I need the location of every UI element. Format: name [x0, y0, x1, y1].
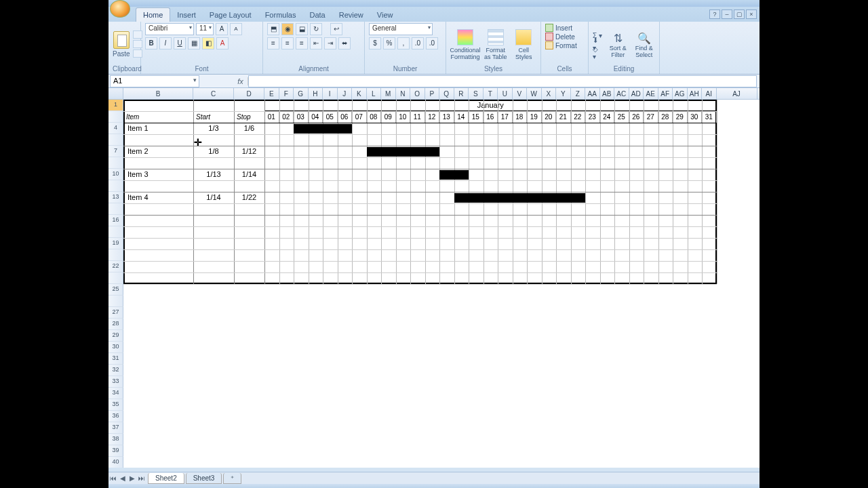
row-header[interactable]: 38	[108, 434, 123, 445]
increase-indent-button[interactable]: ⇥	[324, 37, 336, 49]
align-left-button[interactable]: ≡	[267, 37, 279, 49]
next-sheet-button[interactable]: ▶	[127, 474, 137, 482]
col-header-W[interactable]: W	[527, 88, 542, 99]
prev-sheet-button[interactable]: ◀	[118, 474, 127, 482]
worksheet[interactable]: BCDEFGHIJKLMNOPQRSTUVWXYZAAABACADAEAFAGA…	[108, 88, 760, 468]
row-header[interactable]: 31	[108, 353, 123, 365]
insert-cells-button[interactable]: Insert	[545, 24, 584, 32]
col-header-AH[interactable]: AH	[688, 88, 703, 99]
percent-button[interactable]: %	[383, 37, 395, 49]
row-header[interactable]	[108, 180, 123, 192]
col-header-Z[interactable]: Z	[571, 88, 586, 99]
col-header-K[interactable]: K	[352, 88, 367, 99]
shrink-font-button[interactable]: A	[230, 23, 242, 35]
row-header[interactable]: 29	[108, 330, 123, 342]
row-header[interactable]: 36	[108, 411, 123, 422]
col-header-R[interactable]: R	[454, 88, 469, 99]
gantt-stop-cell[interactable]: 1/22	[234, 192, 264, 203]
minimize-button[interactable]: –	[722, 9, 732, 19]
tab-page-layout[interactable]: Page Layout	[203, 8, 258, 22]
row-header[interactable]	[108, 249, 123, 261]
row-header[interactable]: 13	[108, 192, 123, 203]
col-header-O[interactable]: O	[410, 88, 425, 99]
find-select-button[interactable]: 🔍 Find & Select	[633, 30, 655, 58]
office-button[interactable]	[110, 0, 130, 18]
row-header[interactable]: 35	[108, 399, 123, 411]
col-header-P[interactable]: P	[425, 88, 440, 99]
col-header-T[interactable]: T	[484, 88, 498, 99]
col-header-E[interactable]: E	[264, 88, 279, 99]
gantt-stop-cell[interactable]: 1/12	[234, 146, 264, 157]
maximize-button[interactable]: ▢	[734, 9, 745, 19]
row-header[interactable]: 1	[108, 100, 123, 111]
tab-data[interactable]: Data	[302, 8, 332, 22]
col-header-B[interactable]: B	[123, 88, 193, 99]
col-header-AA[interactable]: AA	[585, 88, 600, 99]
col-header-N[interactable]: N	[396, 88, 411, 99]
decrease-decimal-button[interactable]: .0	[426, 37, 438, 49]
orientation-button[interactable]: ↻	[310, 23, 322, 35]
cell-styles-button[interactable]: Cell Styles	[511, 28, 537, 60]
col-header-Q[interactable]: Q	[439, 88, 454, 99]
col-header-G[interactable]: G	[294, 88, 309, 99]
increase-decimal-button[interactable]: .0	[412, 37, 424, 49]
col-header-S[interactable]: S	[469, 88, 484, 99]
align-bottom-button[interactable]: ⬓	[296, 23, 308, 35]
underline-button[interactable]: U	[174, 37, 186, 49]
close-button[interactable]: ×	[746, 9, 757, 19]
format-as-table-button[interactable]: Format as Table	[483, 28, 509, 60]
col-header-U[interactable]: U	[498, 88, 513, 99]
gantt-stop-cell[interactable]: 1/14	[234, 169, 264, 180]
row-header[interactable]: 7	[108, 146, 123, 157]
align-right-button[interactable]: ≡	[296, 37, 308, 49]
col-header-AE[interactable]: AE	[644, 88, 658, 99]
gantt-start-cell[interactable]: 1/14	[193, 192, 234, 203]
tab-review[interactable]: Review	[332, 8, 370, 22]
border-button[interactable]: ▦	[188, 37, 200, 49]
row-header[interactable]	[108, 134, 123, 146]
paste-button[interactable]: Paste	[113, 31, 130, 58]
number-format-combo[interactable]: General	[369, 23, 433, 35]
fx-icon[interactable]: fx	[233, 77, 248, 85]
col-header-D[interactable]: D	[234, 88, 264, 99]
conditional-formatting-button[interactable]: Conditional Formatting	[450, 28, 480, 60]
col-header-AB[interactable]: AB	[600, 88, 615, 99]
currency-button[interactable]: $	[369, 37, 381, 49]
tab-insert[interactable]: Insert	[170, 8, 203, 22]
col-header-X[interactable]: X	[542, 88, 557, 99]
sort-filter-button[interactable]: ⇅ Sort & Filter	[607, 30, 629, 58]
align-center-button[interactable]: ≡	[281, 37, 294, 49]
gantt-start-cell[interactable]: 1/8	[193, 146, 234, 157]
row-header[interactable]	[108, 272, 123, 284]
row-header[interactable]	[108, 296, 123, 307]
comma-button[interactable]: ,	[397, 37, 410, 49]
row-header[interactable]: 30	[108, 342, 123, 353]
format-cells-button[interactable]: Format	[545, 41, 584, 49]
col-header-H[interactable]: H	[309, 88, 323, 99]
row-header[interactable]: 34	[108, 388, 123, 399]
col-header-AG[interactable]: AG	[673, 88, 688, 99]
row-header[interactable]: 39	[108, 445, 123, 457]
tab-view[interactable]: View	[370, 8, 400, 22]
gantt-start-cell[interactable]: 1/3	[193, 123, 234, 134]
fill-color-button[interactable]: ◧	[202, 37, 214, 49]
row-header[interactable]	[108, 157, 123, 169]
select-all-corner[interactable]	[108, 88, 123, 99]
row-header[interactable]: 22	[108, 261, 123, 272]
col-header-AD[interactable]: AD	[629, 88, 644, 99]
align-middle-button[interactable]: ◉	[281, 23, 294, 35]
align-top-button[interactable]: ⬒	[267, 23, 279, 35]
decrease-indent-button[interactable]: ⇤	[310, 37, 322, 49]
col-header-I[interactable]: I	[323, 88, 338, 99]
col-header-V[interactable]: V	[513, 88, 528, 99]
col-header-J[interactable]: J	[338, 88, 353, 99]
row-header[interactable]	[108, 111, 123, 123]
col-header-L[interactable]: L	[367, 88, 382, 99]
row-header[interactable]	[108, 203, 123, 215]
formula-input[interactable]	[248, 75, 757, 87]
grow-font-button[interactable]: A	[216, 23, 228, 35]
last-sheet-button[interactable]: ⏭	[137, 474, 146, 482]
tab-home[interactable]: Home	[136, 7, 170, 22]
row-header[interactable]: 4	[108, 123, 123, 134]
row-header[interactable]: 33	[108, 376, 123, 388]
